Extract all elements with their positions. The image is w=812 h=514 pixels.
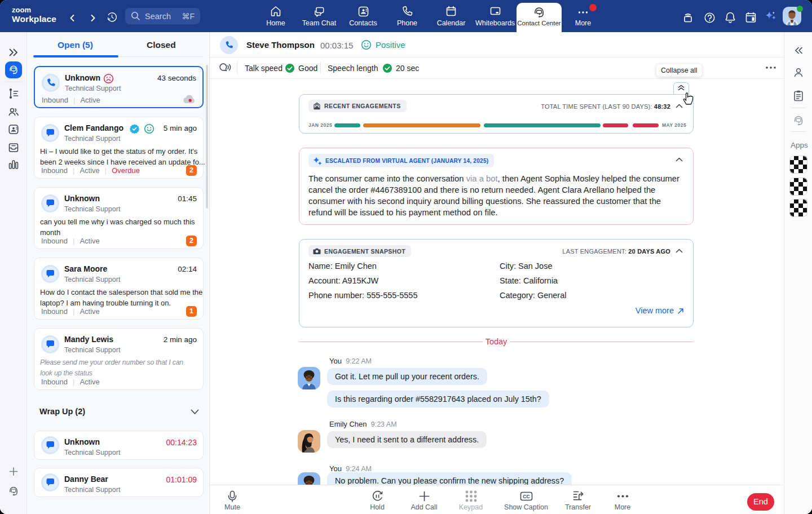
svg-text:CC: CC — [523, 494, 529, 499]
